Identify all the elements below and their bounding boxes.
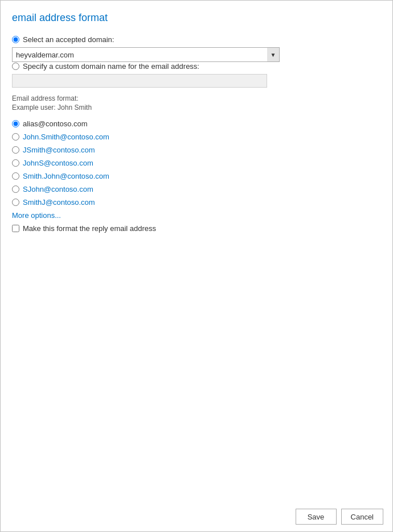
dialog-footer: Save Cancel	[1, 502, 392, 531]
format-radio-7[interactable]	[12, 199, 19, 206]
format-radio-5[interactable]	[12, 172, 19, 180]
format-option-label-3: JSmith@contoso.com	[23, 146, 95, 154]
custom-domain-radio-label[interactable]: Specify a custom domain name for the ema…	[12, 62, 199, 71]
format-option-2[interactable]: John.Smith@contoso.com	[12, 133, 381, 141]
format-label: Email address format:	[12, 94, 381, 102]
custom-domain-input[interactable]	[12, 74, 267, 88]
format-option-label-2: John.Smith@contoso.com	[23, 133, 109, 141]
format-radio-3[interactable]	[12, 146, 19, 154]
format-option-label-5: Smith.John@contoso.com	[23, 172, 109, 180]
reply-checkbox[interactable]	[12, 225, 19, 232]
select-domain-label: Select an accepted domain:	[23, 35, 114, 44]
format-options-list: alias@contoso.com John.Smith@contoso.com…	[12, 119, 381, 207]
cancel-button[interactable]: Cancel	[341, 509, 383, 525]
select-domain-radio-label[interactable]: Select an accepted domain:	[12, 35, 381, 44]
format-option-6[interactable]: SJohn@contoso.com	[12, 185, 381, 193]
format-option-1[interactable]: alias@contoso.com	[12, 119, 381, 128]
custom-domain-radio[interactable]	[12, 63, 19, 70]
custom-domain-label: Specify a custom domain name for the ema…	[23, 62, 199, 71]
format-option-label-7: SmithJ@contoso.com	[23, 198, 95, 207]
format-option-label-1: alias@contoso.com	[23, 119, 88, 128]
domain-section: Select an accepted domain: heyvaldemar.c…	[12, 35, 381, 88]
format-radio-6[interactable]	[12, 185, 19, 193]
email-address-format-dialog: email address format Select an accepted …	[0, 0, 393, 532]
more-options-link[interactable]: More options...	[12, 211, 61, 220]
custom-domain-row: Specify a custom domain name for the ema…	[12, 62, 381, 71]
domain-dropdown-container: heyvaldemar.com ▼	[12, 47, 280, 62]
format-radio-1[interactable]	[12, 120, 19, 127]
format-option-5[interactable]: Smith.John@contoso.com	[12, 172, 381, 180]
format-option-label-6: SJohn@contoso.com	[23, 185, 93, 193]
format-option-3[interactable]: JSmith@contoso.com	[12, 146, 381, 154]
format-option-label-4: JohnS@contoso.com	[23, 159, 93, 167]
format-option-7[interactable]: SmithJ@contoso.com	[12, 198, 381, 207]
save-button[interactable]: Save	[296, 509, 337, 525]
reply-checkbox-label: Make this format the reply email address	[23, 224, 156, 233]
format-option-4[interactable]: JohnS@contoso.com	[12, 159, 381, 167]
format-radio-2[interactable]	[12, 133, 19, 141]
dialog-title: email address format	[12, 12, 381, 24]
select-domain-radio[interactable]	[12, 36, 19, 43]
format-info-section: Email address format: Example user: John…	[12, 94, 381, 112]
dialog-content: email address format Select an accepted …	[1, 1, 392, 502]
domain-select[interactable]: heyvaldemar.com	[12, 47, 280, 62]
reply-checkbox-row: Make this format the reply email address	[12, 224, 381, 233]
example-user-label: Example user: John Smith	[12, 104, 381, 112]
format-radio-4[interactable]	[12, 159, 19, 167]
